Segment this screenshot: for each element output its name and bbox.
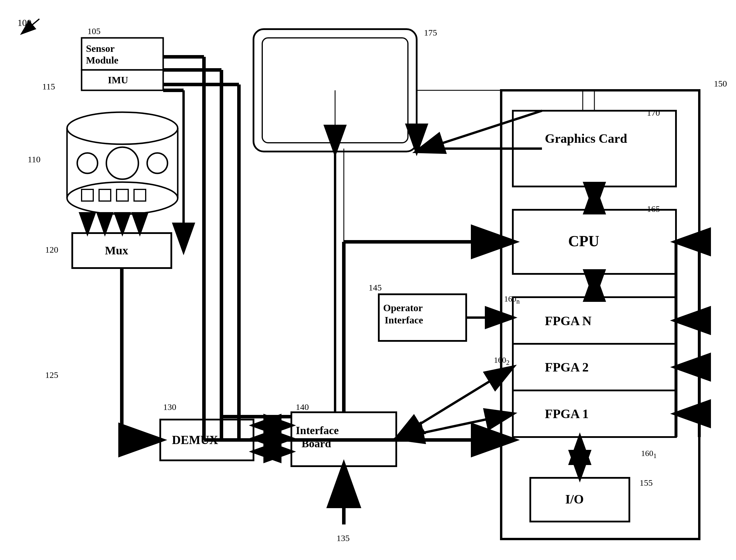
ref-175: 175 [424, 28, 437, 38]
ref-180: 180 [693, 318, 707, 327]
svg-rect-18 [117, 189, 128, 201]
ref-130: 130 [163, 402, 176, 412]
svg-line-63 [396, 414, 513, 439]
ref-135: 135 [337, 533, 350, 543]
svg-rect-16 [82, 189, 93, 201]
ref-120: 120 [45, 245, 58, 255]
svg-text:IMU: IMU [108, 75, 128, 85]
svg-text:I/O: I/O [565, 492, 584, 506]
ref-170: 170 [647, 108, 660, 118]
svg-text:Operator: Operator [383, 302, 423, 313]
svg-text:Interface: Interface [296, 424, 339, 436]
ref-115: 115 [42, 82, 55, 91]
ref-160-2: 1602 [494, 355, 510, 367]
ref-155: 155 [640, 478, 653, 488]
svg-text:Module: Module [86, 55, 118, 66]
ref-110: 110 [28, 154, 41, 164]
svg-text:Mux: Mux [105, 244, 128, 257]
ref-165: 165 [647, 204, 660, 214]
ref-125: 125 [45, 370, 58, 380]
svg-text:FPGA 1: FPGA 1 [545, 407, 589, 421]
svg-text:FPGA 2: FPGA 2 [545, 360, 589, 374]
svg-text:Interface: Interface [385, 315, 423, 325]
svg-point-15 [147, 153, 168, 173]
svg-point-13 [77, 153, 98, 173]
ref-160-n: 160n [504, 294, 520, 305]
ref-100-arrow [16, 16, 51, 39]
svg-rect-19 [134, 189, 146, 201]
svg-text:Sensor: Sensor [86, 43, 115, 54]
diagram-svg: Sensor Module IMU Mux DEMUX Interface Bo… [0, 0, 736, 560]
svg-point-9 [67, 112, 178, 144]
diagram: Sensor Module IMU Mux DEMUX Interface Bo… [0, 0, 736, 560]
svg-line-92 [396, 367, 513, 439]
ref-140: 140 [296, 402, 309, 412]
svg-rect-35 [513, 297, 676, 344]
ref-105: 105 [87, 26, 101, 36]
svg-rect-17 [99, 189, 111, 201]
svg-line-97 [22, 19, 39, 34]
svg-point-14 [106, 147, 138, 179]
svg-text:Graphics Card: Graphics Card [545, 131, 627, 146]
svg-text:CPU: CPU [568, 233, 599, 249]
svg-rect-37 [513, 344, 676, 390]
ref-150: 150 [714, 79, 727, 89]
svg-rect-39 [513, 390, 676, 437]
svg-text:FPGA N: FPGA N [545, 314, 591, 328]
ref-160-1: 1601 [641, 449, 657, 460]
ref-145: 145 [369, 283, 382, 293]
